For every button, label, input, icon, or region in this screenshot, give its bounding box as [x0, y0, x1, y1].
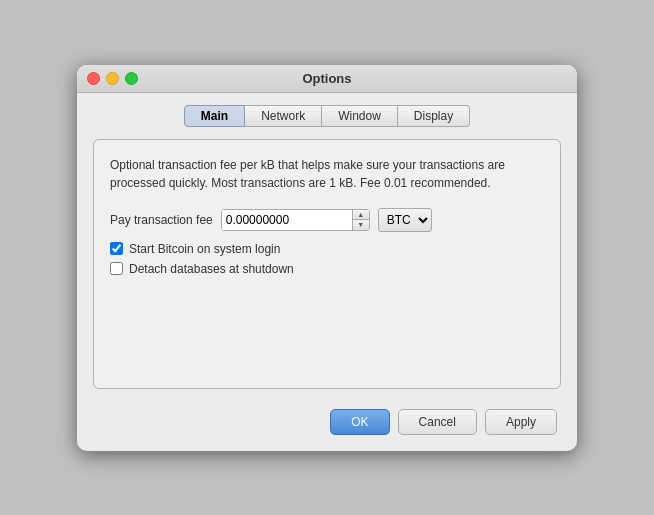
- fee-label: Pay transaction fee: [110, 213, 213, 227]
- window-title: Options: [302, 71, 351, 86]
- description-text: Optional transaction fee per kB that hel…: [110, 156, 544, 192]
- button-row: OK Cancel Apply: [93, 409, 561, 435]
- cancel-button[interactable]: Cancel: [398, 409, 477, 435]
- detach-databases-row: Detach databases at shutdown: [110, 262, 544, 276]
- window-controls: [87, 72, 138, 85]
- fee-input-wrap: ▲ ▼: [221, 209, 370, 231]
- start-bitcoin-label: Start Bitcoin on system login: [129, 242, 280, 256]
- fee-increment-button[interactable]: ▲: [353, 210, 369, 220]
- title-bar: Options: [77, 65, 577, 93]
- fee-decrement-button[interactable]: ▼: [353, 220, 369, 230]
- detach-databases-label: Detach databases at shutdown: [129, 262, 294, 276]
- tab-display[interactable]: Display: [398, 105, 470, 127]
- currency-select[interactable]: BTC: [378, 208, 432, 232]
- tab-window[interactable]: Window: [322, 105, 398, 127]
- fee-input[interactable]: [222, 210, 352, 230]
- window-content: Main Network Window Display Optional tra…: [77, 93, 577, 451]
- tab-main[interactable]: Main: [184, 105, 245, 127]
- start-bitcoin-checkbox[interactable]: [110, 242, 123, 255]
- fee-spinners: ▲ ▼: [352, 210, 369, 230]
- options-window: Options Main Network Window Display Opti…: [77, 65, 577, 451]
- maximize-button[interactable]: [125, 72, 138, 85]
- main-panel: Optional transaction fee per kB that hel…: [93, 139, 561, 389]
- tab-network[interactable]: Network: [245, 105, 322, 127]
- fee-row: Pay transaction fee ▲ ▼ BTC: [110, 208, 544, 232]
- start-bitcoin-row: Start Bitcoin on system login: [110, 242, 544, 256]
- minimize-button[interactable]: [106, 72, 119, 85]
- tab-bar: Main Network Window Display: [93, 105, 561, 127]
- detach-databases-checkbox[interactable]: [110, 262, 123, 275]
- close-button[interactable]: [87, 72, 100, 85]
- apply-button[interactable]: Apply: [485, 409, 557, 435]
- ok-button[interactable]: OK: [330, 409, 389, 435]
